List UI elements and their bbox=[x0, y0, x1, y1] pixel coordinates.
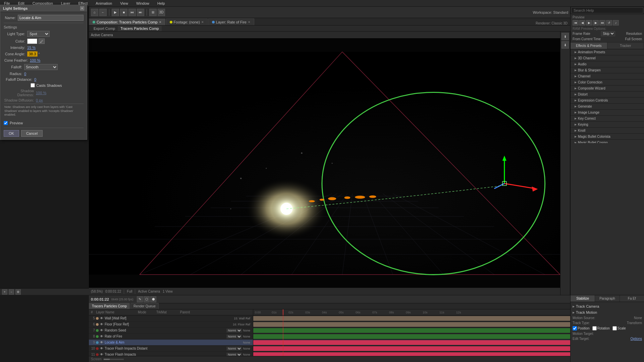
effect-knoll[interactable]: ▶Knoll bbox=[571, 128, 644, 134]
radius-value[interactable]: 0 bbox=[24, 72, 26, 76]
falloff-select[interactable]: Smooth None Inverse Square Clipped bbox=[24, 64, 58, 70]
timeline-zoom-slider[interactable] bbox=[104, 359, 124, 360]
search-help-input[interactable] bbox=[571, 7, 643, 13]
cancel-button[interactable]: Cancel bbox=[21, 130, 43, 137]
effect-image-lounge[interactable]: ▶Image Lounge bbox=[571, 110, 644, 116]
effect-mb-cosmo[interactable]: ▶Magic Bullet Cosmo bbox=[571, 140, 644, 143]
pb-sound[interactable]: ♪ bbox=[613, 20, 619, 25]
casts-shadows-checkbox[interactable] bbox=[31, 83, 35, 87]
effect-composite-wizard[interactable]: ▶Composite Wizard bbox=[571, 85, 644, 92]
pb-next-frame[interactable]: ▶ bbox=[593, 20, 599, 25]
layer-eye-8[interactable]: 👁 bbox=[100, 335, 104, 339]
time-mark-7: 07s bbox=[372, 311, 377, 314]
effect-blur-sharpen[interactable]: ▶Blur & Sharpen bbox=[571, 67, 644, 73]
vrc-btn-1[interactable]: ⬆ bbox=[561, 33, 569, 40]
tl-btn-paint[interactable]: ⬢ bbox=[150, 296, 156, 302]
effect-color-correction[interactable]: ▶Color Correction bbox=[571, 79, 644, 85]
position-checkbox[interactable] bbox=[573, 326, 577, 330]
effect-animation-presets[interactable]: ▶Animation Presets bbox=[571, 49, 644, 55]
menu-help[interactable]: Help bbox=[156, 1, 166, 6]
toolbar-btn-play[interactable]: ▶ bbox=[112, 9, 119, 16]
shadow-darkness-value[interactable]: 100 % bbox=[36, 91, 46, 95]
color-swatch[interactable] bbox=[27, 39, 37, 44]
tl-btn-mask[interactable]: ⬡ bbox=[144, 296, 150, 302]
settings-btn[interactable]: ⚙ bbox=[15, 289, 21, 295]
tab-comp[interactable]: Composition: Tracers Particles Comp ✕ bbox=[89, 18, 165, 25]
effect-mb-colorista[interactable]: ▶Magic Bullet Colorista bbox=[571, 134, 644, 140]
layer-eye-10[interactable]: 👁 bbox=[100, 347, 104, 351]
pb-skip-end[interactable]: ⏭ bbox=[599, 20, 605, 25]
light-type-select[interactable]: Spot Point Ambient Parallel bbox=[27, 31, 50, 37]
tab-tracker[interactable]: Tracker bbox=[607, 43, 644, 49]
effect-channel[interactable]: ▶Channel bbox=[571, 73, 644, 79]
eyedrop-button[interactable]: 🖊 bbox=[39, 39, 45, 44]
pb-loop[interactable]: ↺ bbox=[606, 20, 612, 25]
dialog-titlebar[interactable]: Light Settings ✕ bbox=[0, 5, 87, 12]
layer-mode-7[interactable]: Normi bbox=[226, 328, 242, 333]
cone-feather-value[interactable]: 100 % bbox=[30, 58, 40, 62]
tracker-tab-other[interactable]: Fa Ef bbox=[620, 295, 644, 302]
edit-target-options[interactable]: Options bbox=[631, 337, 642, 341]
toolbar-btn-home[interactable]: ⌂ bbox=[91, 9, 98, 16]
layer-eye-7[interactable]: 👁 bbox=[100, 328, 104, 333]
track-camera-btn[interactable]: ▶ Track Camera bbox=[573, 303, 642, 309]
subtab-export[interactable]: Export Comp bbox=[91, 26, 118, 31]
toolbar-btn-3d[interactable]: 3D bbox=[158, 9, 165, 16]
toolbar-btn-back[interactable]: ← bbox=[99, 9, 107, 16]
timeline-tab-comp[interactable]: Tracers Particles Comp bbox=[89, 303, 130, 309]
add-layer-btn[interactable]: + bbox=[2, 289, 7, 295]
vp-sep1 bbox=[124, 289, 124, 294]
menu-window[interactable]: Window bbox=[135, 1, 151, 6]
layer-mode-10[interactable]: Normi bbox=[226, 347, 242, 351]
scale-checkbox[interactable] bbox=[612, 326, 617, 330]
effect-generate[interactable]: ▶Generate bbox=[571, 104, 644, 110]
dialog-close-button[interactable]: ✕ bbox=[80, 6, 84, 10]
timeline-bottom-bar: Screen bbox=[89, 356, 570, 362]
layer-eye-9[interactable]: 👁 bbox=[100, 341, 104, 345]
layer-color-10 bbox=[96, 347, 99, 350]
falloff-distance-label: Falloff Distance: bbox=[4, 77, 32, 81]
tab-effects-presets[interactable]: Effects & Presets bbox=[571, 43, 607, 49]
layer-eye-6[interactable]: 👁 bbox=[100, 322, 104, 326]
shadow-diffusion-value[interactable]: 0 px bbox=[36, 98, 43, 102]
pb-skip-start[interactable]: ⏮ bbox=[573, 20, 579, 25]
timeline-tab-render[interactable]: Render Queue bbox=[130, 303, 159, 309]
toolbar-btn-render[interactable]: ⊞ bbox=[149, 9, 157, 16]
menu-animation[interactable]: Animation bbox=[94, 1, 113, 6]
vrc-btn-2[interactable]: ⬇ bbox=[561, 41, 569, 49]
delete-layer-btn[interactable]: − bbox=[9, 289, 14, 295]
rotation-checkbox[interactable] bbox=[592, 326, 597, 330]
track-motion-btn[interactable]: ▶ Track Motion bbox=[573, 309, 642, 315]
name-input[interactable] bbox=[18, 15, 84, 21]
toolbar-btn-prev[interactable]: ⏮ bbox=[128, 9, 136, 16]
effect-keying[interactable]: ▶Keying bbox=[571, 122, 644, 128]
tab-layer-close[interactable]: ✕ bbox=[248, 20, 251, 24]
pb-play[interactable]: ▶ bbox=[586, 20, 592, 25]
tl-btn-tools[interactable]: ✎ bbox=[137, 296, 143, 302]
intensity-value[interactable]: 15 % bbox=[27, 46, 36, 50]
cone-angle-value[interactable]: 38.3 bbox=[27, 51, 38, 57]
layer-mode-8[interactable]: Normi bbox=[226, 335, 242, 339]
falloff-distance-value[interactable]: 0 bbox=[34, 77, 36, 81]
playhead-9 bbox=[283, 340, 283, 345]
toolbar-btn-stop[interactable]: ■ bbox=[120, 9, 127, 16]
pb-prev-frame[interactable]: ◀ bbox=[579, 20, 585, 25]
tab-comp-close[interactable]: ✕ bbox=[159, 20, 162, 24]
frame-rate-select[interactable]: Skip Full bbox=[601, 31, 615, 36]
layer-eye-5[interactable]: 👁 bbox=[100, 316, 104, 320]
tab-footage[interactable]: Footage: (none) ✕ bbox=[166, 18, 208, 25]
tab-layer[interactable]: Layer: Rate of Fire ✕ bbox=[208, 18, 254, 25]
effect-distort[interactable]: ▶Distort bbox=[571, 92, 644, 98]
tracker-tab-paragraph[interactable]: Paragraph bbox=[595, 295, 620, 302]
menu-view[interactable]: View bbox=[119, 1, 129, 6]
effect-audio[interactable]: ▶Audio bbox=[571, 61, 644, 67]
ok-button[interactable]: OK bbox=[4, 130, 19, 137]
tab-footage-close[interactable]: ✕ bbox=[201, 20, 204, 24]
effect-3d-channel[interactable]: ▶3D Channel bbox=[571, 55, 644, 61]
subtab-tracers[interactable]: Tracers Particles Comp bbox=[118, 26, 162, 31]
effect-expression-controls[interactable]: ▶Expression Controls bbox=[571, 98, 644, 104]
tracker-tab-stabilize[interactable]: Stabilize bbox=[571, 295, 595, 302]
effect-key-correct[interactable]: ▶Key Correct bbox=[571, 116, 644, 122]
preview-checkbox[interactable] bbox=[4, 121, 8, 125]
toolbar-btn-next[interactable]: ⏭ bbox=[137, 9, 144, 16]
